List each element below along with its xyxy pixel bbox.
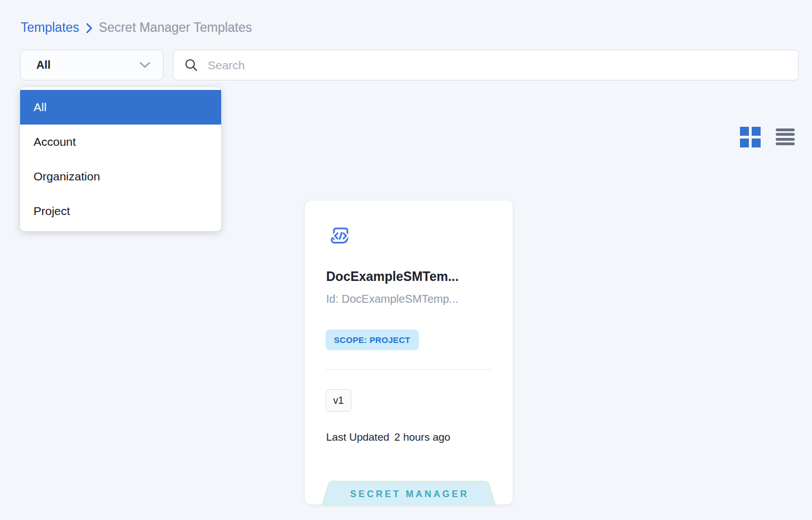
grid-square: [740, 139, 749, 147]
menu-item-account[interactable]: Account: [20, 125, 221, 159]
grid-square: [752, 139, 761, 147]
secret-manager-template-icon: [328, 225, 351, 248]
card-divider: [326, 369, 493, 370]
template-type-tag: SECRET MANAGER: [322, 480, 496, 506]
template-id: Id: DocExampleSMTemp...: [326, 293, 458, 306]
template-card[interactable]: DocExampleSMTem... Id: DocExampleSMTemp.…: [305, 201, 513, 504]
template-name: DocExampleSMTem...: [326, 269, 458, 284]
list-bar: [776, 142, 795, 145]
list-bar: [776, 138, 795, 141]
chevron-down-icon: [139, 61, 151, 69]
menu-item-organization[interactable]: Organization: [20, 159, 221, 194]
breadcrumb: Templates Secret Manager Templates: [21, 20, 252, 35]
breadcrumb-chevron-icon: [85, 22, 93, 34]
search-icon: [184, 58, 198, 72]
list-bar: [776, 128, 795, 131]
grid-view-icon[interactable]: [740, 127, 761, 147]
version-chip: v1: [326, 389, 351, 412]
scope-filter-menu: All Account Organization Project: [20, 87, 221, 231]
list-bar: [776, 133, 795, 136]
last-updated: Last Updated 2 hours ago: [326, 431, 450, 443]
search-input[interactable]: [207, 58, 787, 73]
breadcrumb-templates-link[interactable]: Templates: [21, 20, 79, 35]
menu-item-project[interactable]: Project: [20, 194, 221, 228]
grid-square: [740, 127, 749, 136]
last-updated-value: 2 hours ago: [394, 431, 450, 443]
scope-badge: SCOPE: PROJECT: [326, 330, 419, 350]
template-type-label: SECRET MANAGER: [350, 489, 469, 499]
page-title: Secret Manager Templates: [99, 20, 252, 35]
scope-filter-value: All: [36, 59, 51, 71]
scope-filter-select[interactable]: All: [20, 50, 164, 80]
list-view-icon[interactable]: [776, 128, 795, 145]
search-bar: [173, 50, 799, 80]
menu-item-all[interactable]: All: [20, 90, 221, 125]
grid-square: [752, 127, 761, 136]
last-updated-label: Last Updated: [326, 431, 389, 443]
